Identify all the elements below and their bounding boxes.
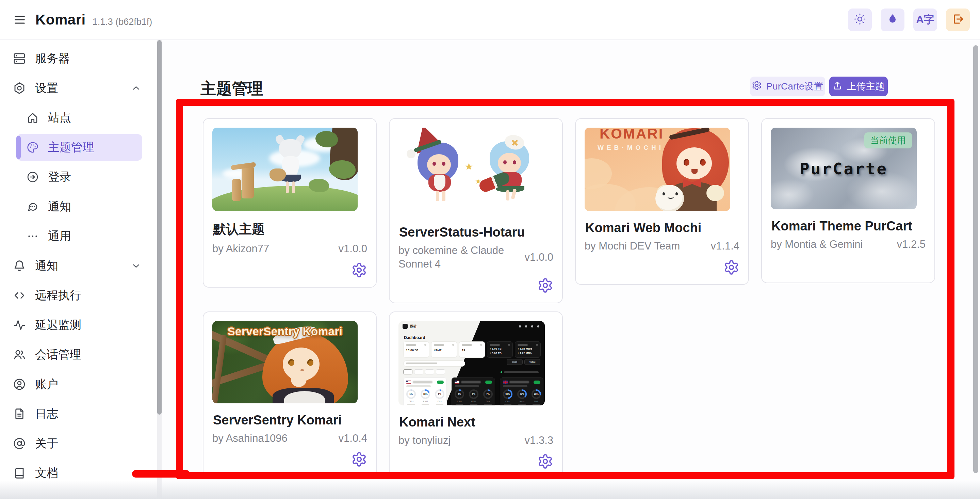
page-scrollbar-thumb[interactable] bbox=[973, 45, 978, 473]
sidebar-item-login[interactable]: 登录 bbox=[16, 164, 142, 190]
pulse-icon bbox=[13, 319, 26, 332]
palette-icon bbox=[27, 141, 39, 153]
theme-settings-gear-icon[interactable] bbox=[351, 262, 367, 278]
preview-brand-text: ServerSentry Komari bbox=[212, 325, 358, 338]
preview-sub-text: WEB·MOCHI bbox=[598, 144, 664, 151]
sidebar-scrollbar-thumb[interactable] bbox=[157, 40, 162, 415]
login-arrow-icon bbox=[27, 171, 39, 183]
sidebar-item-about[interactable]: 关于 bbox=[13, 430, 143, 457]
theme-author: by Akizon77 bbox=[212, 242, 339, 256]
theme-version: v1.3.3 bbox=[525, 434, 553, 446]
app-version: 1.1.3 (b62fb1f) bbox=[92, 17, 153, 27]
hamburger-menu-icon[interactable] bbox=[10, 10, 29, 29]
top-bar: Komari 1.1.3 (b62fb1f) A字 bbox=[0, 0, 980, 40]
theme-author: by Montia & Gemini bbox=[771, 238, 897, 251]
theme-preview-image: KOMARI WEB·MOCHI bbox=[585, 128, 730, 211]
theme-name: Komari Theme PurCart bbox=[772, 219, 926, 233]
sidebar-item-remote-exec[interactable]: 远程执行 bbox=[13, 282, 143, 309]
theme-preview-image: 当前使用 PurCarte bbox=[771, 128, 917, 209]
theme-name: Komari Next bbox=[399, 415, 553, 430]
theme-version: v1.1.4 bbox=[711, 240, 740, 252]
theme-settings-gear-icon[interactable] bbox=[537, 277, 553, 293]
theme-preview-image: ServerSentry Komari bbox=[212, 321, 358, 403]
sidebar-item-servers[interactable]: 服务器 bbox=[13, 45, 143, 72]
theme-card-serversentry: ServerSentry Komari ServerSentry Komari … bbox=[203, 311, 377, 477]
preview-app-name: 探针 bbox=[410, 324, 417, 329]
preview-server-card: 1% 18% 6% CPU RAM Disk bbox=[403, 378, 447, 405]
preview-brand-text: KOMARI bbox=[600, 128, 663, 142]
komari-admin-page: Komari 1.1.3 (b62fb1f) A字 服务器 设置 站点 主题管理… bbox=[0, 0, 980, 499]
logout-icon bbox=[952, 13, 964, 27]
sidebar-item-site[interactable]: 站点 bbox=[16, 105, 142, 131]
main-content: 主题管理 PurCarte设置 上传主题 bbox=[162, 40, 980, 499]
sidebar-item-general[interactable]: 通用 bbox=[16, 223, 142, 250]
theme-card-mochi: KOMARI WEB·MOCHI Komari Web Mochi by Moc… bbox=[575, 118, 749, 285]
theme-author: by Asahina1096 bbox=[212, 432, 339, 445]
gear-icon bbox=[752, 80, 762, 93]
sidebar-item-account[interactable]: 账户 bbox=[13, 371, 143, 398]
purcarte-settings-button[interactable]: PurCarte设置 bbox=[750, 77, 825, 96]
code-icon bbox=[13, 289, 26, 302]
preview-server-card: 6% 0% 7% CPU RAM Disk bbox=[452, 378, 495, 405]
sun-icon bbox=[854, 13, 866, 27]
theme-card-grid: 默认主题 by Akizon77 v1.0.0 bbox=[203, 118, 937, 479]
sidebar-item-docs[interactable]: 文档 bbox=[13, 460, 143, 486]
logout-button[interactable] bbox=[946, 8, 970, 31]
sidebar-item-session-management[interactable]: 会话管理 bbox=[13, 341, 143, 368]
sidebar-item-notification-settings[interactable]: 通知 bbox=[16, 193, 142, 220]
upload-icon bbox=[832, 80, 843, 93]
sidebar-item-notifications[interactable]: 通知 bbox=[13, 253, 143, 279]
ellipsis-icon bbox=[27, 230, 39, 242]
theme-preview-image: 探针 Dashboard 13:06:38 47/47 19 ↑ 1.03 TB… bbox=[398, 321, 545, 405]
theme-version: v1.2.5 bbox=[897, 238, 926, 250]
theme-version: v1.0.0 bbox=[525, 251, 553, 263]
theme-settings-gear-icon[interactable] bbox=[537, 453, 553, 469]
preview-dashboard-heading: Dashboard bbox=[404, 335, 425, 340]
sidebar-item-settings[interactable]: 设置 bbox=[13, 75, 143, 101]
theme-toggle-button[interactable] bbox=[848, 8, 872, 31]
users-icon bbox=[13, 348, 26, 361]
home-icon bbox=[27, 112, 39, 124]
theme-author: by cokemine & Claude Sonnet 4 bbox=[398, 244, 525, 271]
preview-brand-text: PurCarte bbox=[800, 159, 888, 178]
theme-name: Komari Web Mochi bbox=[585, 220, 740, 235]
user-circle-icon bbox=[13, 378, 26, 391]
theme-card-komari-next: 探针 Dashboard 13:06:38 47/47 19 ↑ 1.03 TB… bbox=[389, 311, 563, 479]
settings-nut-icon bbox=[13, 82, 26, 95]
preview-grid-toggle: Grid bbox=[507, 359, 523, 365]
file-text-icon bbox=[13, 407, 26, 420]
theme-settings-gear-icon[interactable] bbox=[724, 259, 740, 275]
theme-card-hotaru: ServerStatus-Hotaru by cokemine & Claude… bbox=[389, 118, 563, 303]
sidebar-scrollbar-track bbox=[157, 40, 162, 499]
appearance-button[interactable] bbox=[881, 8, 904, 31]
chevron-down-icon bbox=[130, 260, 142, 271]
upload-theme-button[interactable]: 上传主题 bbox=[829, 77, 888, 96]
language-button[interactable]: A字 bbox=[913, 8, 937, 31]
theme-name: ServerStatus-Hotaru bbox=[399, 225, 553, 240]
theme-author: by Mochi DEV Team bbox=[585, 239, 711, 253]
theme-preview-image bbox=[212, 128, 358, 211]
server-icon bbox=[13, 52, 26, 65]
sidebar-item-latency-monitor[interactable]: 延迟监测 bbox=[13, 312, 143, 338]
translate-icon: A字 bbox=[916, 13, 934, 27]
preview-server-card: 50% 37% 28% CPU RAM Disk bbox=[500, 378, 543, 405]
theme-preview-image bbox=[398, 128, 550, 215]
theme-author: by tonyliuzj bbox=[398, 434, 525, 447]
droplet-icon bbox=[886, 13, 899, 27]
page-title: 主题管理 bbox=[200, 78, 263, 99]
bell-icon bbox=[13, 259, 26, 272]
current-theme-badge: 当前使用 bbox=[864, 132, 912, 148]
card-footer-empty bbox=[771, 257, 926, 274]
theme-settings-gear-icon[interactable] bbox=[351, 451, 367, 467]
sidebar-item-logs[interactable]: 日志 bbox=[13, 401, 143, 427]
theme-name: ServerSentry Komari bbox=[213, 413, 367, 427]
preview-table-toggle: Table bbox=[524, 359, 540, 365]
theme-version: v1.0.4 bbox=[339, 432, 367, 445]
theme-card-default: 默认主题 by Akizon77 v1.0.0 bbox=[203, 118, 377, 288]
sidebar: 服务器 设置 站点 主题管理 登录 通知 通用 通知 bbox=[0, 40, 157, 499]
at-sign-icon bbox=[13, 437, 26, 450]
theme-card-purcarte: 当前使用 PurCarte Komari Theme PurCart by Mo… bbox=[761, 118, 935, 283]
sidebar-item-theme-management[interactable]: 主题管理 bbox=[16, 134, 142, 161]
book-icon bbox=[13, 467, 26, 480]
app-title: Komari bbox=[35, 11, 86, 28]
